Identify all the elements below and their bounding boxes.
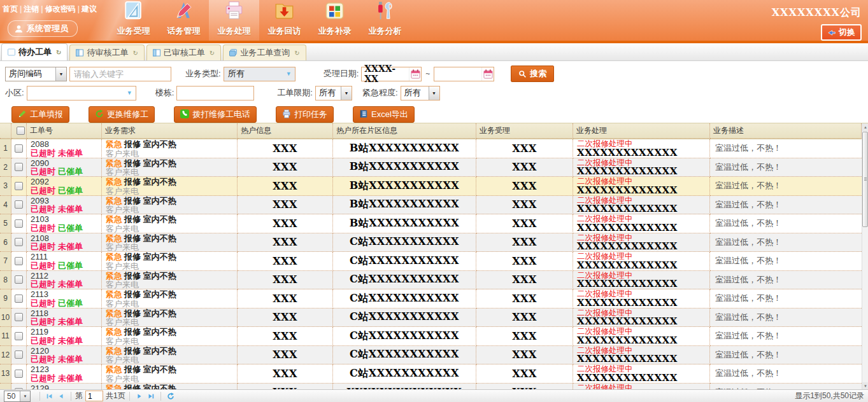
row-checkbox[interactable] — [15, 257, 23, 265]
pencil-green-icon — [18, 109, 27, 120]
action-button-2[interactable]: 更换维修工 — [89, 106, 155, 123]
first-page-button[interactable] — [44, 391, 55, 401]
row-checkbox[interactable] — [15, 350, 23, 359]
page-number-input[interactable] — [85, 391, 103, 401]
table-row[interactable]: 72111已超时已催单紧急报修 室内不热客户来电XXXC站XXXXXXXXXXX… — [0, 252, 862, 271]
calendar-icon[interactable] — [409, 67, 421, 81]
tab-1[interactable]: 待办工单↻ — [1, 43, 68, 60]
nav-item-1[interactable]: 业务受理 — [108, 0, 159, 41]
action-button-4[interactable]: 打印任务 — [276, 106, 334, 123]
phone-green-icon — [180, 109, 189, 120]
row-checkbox[interactable] — [15, 163, 23, 171]
search-button[interactable]: 搜索 — [511, 66, 554, 82]
suggestion-link[interactable]: 建议 — [82, 4, 97, 13]
community-combo[interactable]: ▼ — [27, 86, 136, 100]
row-checkbox[interactable] — [15, 182, 23, 190]
demand-text: 报修 室内不热 — [124, 327, 176, 336]
row-checkbox[interactable] — [15, 144, 23, 153]
change-password-link[interactable]: 修改密码 — [45, 4, 76, 13]
table-row[interactable]: 112119已超时未催单紧急报修 室内不热客户来电XXXC站XXXXXXXXXX… — [0, 327, 862, 346]
tab-refresh-icon[interactable]: ↻ — [56, 49, 61, 56]
urgency-badge: 紧急 — [106, 233, 122, 243]
action-button-5[interactable]: Excel导出 — [353, 106, 415, 123]
row-number: 4 — [0, 196, 11, 215]
calendar-icon[interactable] — [481, 67, 494, 81]
description-text: 室温过低，不热！ — [715, 330, 781, 342]
row-checkbox-cell — [11, 327, 27, 346]
grid-body: 12088已超时未催单紧急报修 室内不热客户来电XXXB站XXXXXXXXXXX… — [0, 139, 862, 390]
home-link[interactable]: 首页 — [3, 4, 18, 13]
order-cell: 2088已超时未催单 — [27, 139, 102, 158]
refresh-button[interactable] — [165, 391, 176, 401]
row-checkbox[interactable] — [15, 275, 23, 284]
business-type-value: 所有 — [224, 68, 286, 80]
building-input[interactable] — [176, 86, 254, 100]
select-all-checkbox[interactable] — [17, 127, 25, 135]
nav-item-6[interactable]: 业务分析 — [360, 0, 410, 41]
scroll-up-icon[interactable]: ▲ — [862, 123, 868, 131]
keyword-input[interactable] — [69, 67, 171, 81]
deadline-select[interactable]: 所有 ▼ — [315, 86, 352, 100]
col-header-demand[interactable]: 业务需求 — [102, 123, 238, 139]
tab-3[interactable]: 已审核工单↻ — [146, 45, 221, 60]
search-field-select[interactable]: 房间编码 ▼ — [5, 67, 67, 81]
customer-info-cell: XXX — [238, 289, 333, 308]
table-row[interactable]: 12088已超时未催单紧急报修 室内不热客户来电XXXB站XXXXXXXXXXX… — [0, 139, 862, 158]
action-button-1[interactable]: 工单填报 — [11, 106, 69, 123]
row-checkbox[interactable] — [15, 219, 23, 228]
table-row[interactable]: 52103已超时已催单紧急报修 室内不热客户来电XXXB站XXXXXXXXXXX… — [0, 214, 862, 233]
row-checkbox[interactable] — [15, 313, 23, 321]
page-size-select[interactable]: 50 ▼ — [4, 391, 31, 402]
tab-refresh-icon[interactable]: ↻ — [210, 50, 215, 57]
nav-item-5[interactable]: 业务补录 — [309, 0, 360, 41]
tab-2[interactable]: 待审核工单↻ — [69, 45, 144, 60]
table-row[interactable]: 32092已超时已催单紧急报修 室内不热客户来电XXXB站XXXXXXXXXXX… — [0, 177, 862, 196]
switch-button[interactable]: 切换 — [821, 24, 862, 41]
col-header-area[interactable]: 热户所在片区信息 — [333, 123, 476, 139]
prev-page-button[interactable] — [55, 391, 67, 401]
col-header-info[interactable]: 热户信息 — [238, 123, 333, 139]
accept-cell: XXX — [476, 271, 573, 290]
col-header-order[interactable]: 工单号 — [27, 123, 102, 139]
order-cell: 2123已超时未催单 — [27, 364, 102, 384]
table-row[interactable]: 92113已超时已催单紧急报修 室内不热客户来电XXXC站XXXXXXXXXXX… — [0, 289, 862, 308]
date-to-field[interactable] — [434, 67, 494, 81]
table-row[interactable]: 22090已超时已催单紧急报修 室内不热客户来电XXXB站XXXXXXXXXXX… — [0, 158, 862, 177]
last-page-button[interactable] — [145, 391, 157, 401]
urgency-select[interactable]: 所有 ▼ — [401, 86, 440, 100]
table-row[interactable]: 132123已超时未催单紧急报修 室内不热客户来电XXXC站XXXXXXXXXX… — [0, 364, 862, 384]
nav-item-2[interactable]: 话务管理 — [159, 0, 209, 41]
row-checkbox[interactable] — [15, 370, 23, 378]
vertical-scrollbar[interactable]: ▲ ▼ — [862, 123, 868, 390]
nav-item-4[interactable]: 业务回访 — [259, 0, 309, 41]
next-page-button[interactable] — [134, 391, 145, 401]
scrollbar-thumb[interactable] — [862, 132, 868, 227]
action-button-3[interactable]: 拨打维修工电话 — [174, 106, 257, 123]
row-checkbox[interactable] — [15, 200, 23, 209]
row-checkbox[interactable] — [15, 295, 23, 303]
customer-info: XXX — [273, 293, 297, 305]
business-type-combo[interactable]: 所有 ▼ — [224, 67, 295, 81]
row-checkbox[interactable] — [15, 332, 23, 340]
table-row[interactable]: 82112已超时未催单紧急报修 室内不热客户来电XXXC站XXXXXXXXXXX… — [0, 271, 862, 290]
table-row[interactable]: 42093已超时未催单紧急报修 室内不热客户来电XXXB站XXXXXXXXXXX… — [0, 196, 862, 215]
urgency-badge: 紧急 — [106, 252, 122, 261]
tab-refresh-icon[interactable]: ↻ — [294, 50, 299, 57]
row-checkbox[interactable] — [15, 238, 23, 246]
description-text: 室温过低，不热！ — [715, 237, 781, 248]
table-row[interactable]: 62108已超时未催单紧急报修 室内不热客户来电XXXC站XXXXXXXXXXX… — [0, 233, 862, 253]
tab-4[interactable]: 业务工单查询↻ — [223, 45, 306, 60]
col-header-desc[interactable]: 业务描述 — [710, 123, 862, 139]
col-header-process[interactable]: 业务处理 — [573, 123, 710, 139]
nav-item-3[interactable]: 业务处理 — [209, 0, 259, 41]
company-name: XXXXXXXX公司 — [772, 6, 862, 20]
table-row[interactable]: 122120已超时未催单紧急报修 室内不热客户来电XXXC站XXXXXXXXXX… — [0, 346, 862, 365]
record-info: 显示1到50,共50记录 — [795, 391, 864, 401]
logout-link[interactable]: 注销 — [24, 4, 39, 13]
date-from-field[interactable]: XXXX-XX — [361, 67, 422, 81]
table-row[interactable]: 102118已超时未催单紧急报修 室内不热客户来电XXXC站XXXXXXXXXX… — [0, 308, 862, 328]
col-header-accept[interactable]: 业务受理 — [476, 123, 573, 139]
row-number: 13 — [0, 364, 11, 384]
order-number: 2108 — [31, 234, 101, 243]
tab-refresh-icon[interactable]: ↻ — [132, 50, 138, 57]
